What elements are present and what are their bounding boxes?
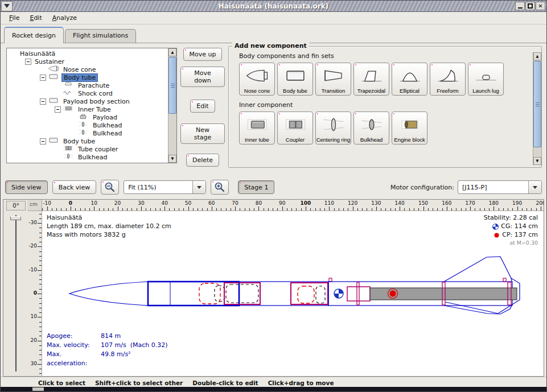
side-view-button[interactable]: Side view [5,180,48,194]
scroll-down-icon[interactable]: ▼ [168,155,176,163]
h-ruler-label: 170 [463,200,478,206]
h-ruler-label: 70 [228,200,242,206]
tab-flight-simulations[interactable]: Flight simulations [65,29,136,43]
tree-item-bulkhead[interactable]: Bulkhead [7,153,167,161]
tube-coupler-outline[interactable] [224,283,260,304]
motor-configuration-combo[interactable]: [J115-P] [458,180,542,194]
tree-item-bulkhead[interactable]: Bulkhead [7,129,167,137]
new-stage-button[interactable]: New stage [180,123,225,144]
rotation-slider-handle[interactable] [10,216,21,220]
menu-file[interactable]: File [4,13,24,23]
menu-edit[interactable]: Edit [24,13,47,23]
component-button-label: Trapezoidal [357,88,385,94]
tree-item-haisunäätä[interactable]: Haisunäätä [7,49,167,57]
tree-item-sustainer[interactable]: Sustainer [7,57,167,65]
edit-button[interactable]: Edit [190,100,215,113]
tree-item-shock-cord[interactable]: Shock cord [7,89,167,97]
add-launch-lug-button[interactable]: Launch lug [468,63,504,96]
add-component-scrollbar-thumb[interactable] [533,61,541,147]
tree-item-label: Body tube [61,138,97,145]
add-bulkhead-button[interactable]: Bulkhead [353,112,389,145]
flight-label: Max. acceleration: [47,350,101,368]
launch-lug-aft-outline[interactable] [503,278,506,282]
launch-lug-outline[interactable] [329,278,332,282]
app-window: Haisunäätä (haisunaata.ork) ✕ FileEditAn… [0,0,547,392]
add-elliptical-button[interactable]: Elliptical [392,63,427,96]
add-transition-button[interactable]: Transition [315,63,351,96]
component-button-label: Body tube [283,88,307,94]
scroll-up-icon[interactable]: ▲ [533,52,541,60]
centering-ring-outline[interactable] [357,282,359,305]
scroll-up-icon[interactable]: ▲ [168,48,176,56]
bodytube-icon [48,137,59,144]
scroll-down-icon[interactable]: ▼ [533,157,541,165]
fin-top-outline[interactable] [444,257,512,282]
payload-body-section-outline[interactable] [239,282,328,306]
add-inner-tube-button[interactable]: Inner tube [239,112,275,145]
parachute-outline[interactable] [199,283,220,304]
combo-arrow[interactable] [528,181,541,193]
collapse-icon[interactable] [25,59,31,65]
tree-item-body-tube[interactable]: Body tube [7,73,167,81]
tree-item-payload-body-section[interactable]: Payload body section [7,97,167,105]
tree-indent [69,114,76,121]
tab-rocket-design[interactable]: Rocket design [4,27,64,43]
window-menu-button[interactable] [1,1,13,11]
tree-item-label: Parachute [76,82,111,89]
move-down-button[interactable]: Move down [180,67,225,87]
rotation-slider-track[interactable] [15,215,17,372]
tree-scrollbar[interactable]: ▲ ▼ [168,48,176,163]
shock-cord-outline[interactable] [215,286,224,302]
tree-item-body-tube[interactable]: Body tube [7,137,167,145]
h-ruler-label: 110 [322,200,336,206]
tree-item-bulkhead[interactable]: Bulkhead [7,121,167,129]
component-tree-panel: HaisunäätäSustainerNose coneBody tubePar… [6,48,177,163]
group-label-body-components-and-fin-sets: Body components and fin sets [239,52,541,60]
collapse-icon[interactable] [55,106,61,113]
move-up-button[interactable]: Move up [183,48,223,61]
tree-item-nose-cone[interactable]: Nose cone [7,65,167,73]
zoom-level-combo[interactable]: Fit (11%) [124,180,206,194]
close-button[interactable]: ✕ [536,2,545,10]
add-component-scrollbar[interactable]: ▲ ▼ [533,52,541,165]
mach-note: at M=0.30 [484,240,538,247]
rocket-canvas[interactable]: Haisunäätä Length 189 cm, max. diameter … [42,211,544,376]
collapse-icon[interactable] [40,75,46,81]
zoom-out-icon [104,181,116,193]
add-nose-cone-button[interactable]: Nose cone [239,63,275,96]
stability-block: Stability: 2.28 cal CG: 114 cm CP: 137 c… [484,214,538,246]
inner-tube-outline[interactable] [347,287,370,301]
back-view-button[interactable]: Back view [52,180,97,194]
add-engine-block-button[interactable]: Engine block [392,112,427,145]
tree-item-tube-coupler[interactable]: Tube coupler [7,145,167,153]
window-menu-icon [4,4,10,8]
collapse-icon[interactable] [40,138,46,145]
h-ruler-label: 130 [369,200,384,206]
payload-icon [77,113,89,120]
tree-item-inner-tube[interactable]: Inner Tube [7,105,167,113]
flight-value: 49.8 m/s² [101,350,131,368]
zoom-out-button[interactable] [101,180,119,195]
delete-button[interactable]: Delete [186,154,219,167]
menu-analyze[interactable]: Analyze [47,13,82,23]
maximize-button[interactable] [525,2,535,10]
fin-bottom-outline[interactable] [444,306,512,314]
body-tube-selected-outline[interactable] [148,282,239,306]
add-body-tube-button[interactable]: Body tube [277,63,313,96]
nose-cone-outline[interactable] [69,282,148,306]
add-freeform-button[interactable]: Freeform [430,63,466,96]
add-coupler-button[interactable]: Coupler [277,112,313,145]
cg-marker [334,289,343,298]
combo-arrow[interactable] [192,181,205,193]
tree-item-parachute[interactable]: Parachute [7,81,167,89]
add-centering-ring-button[interactable]: Centering ring [315,112,351,145]
nosecone-icon [244,68,270,84]
stage-1-button[interactable]: Stage 1 [238,180,274,194]
collapse-icon[interactable] [40,98,46,105]
zoom-in-button[interactable] [211,180,229,195]
tree-scrollbar-thumb[interactable] [168,57,176,114]
minimize-button[interactable] [515,2,525,10]
ruler-unit-label: cm [27,200,42,211]
add-trapezoidal-button[interactable]: Trapezoidal [353,63,389,96]
tree-item-payload[interactable]: Payload [7,113,167,121]
